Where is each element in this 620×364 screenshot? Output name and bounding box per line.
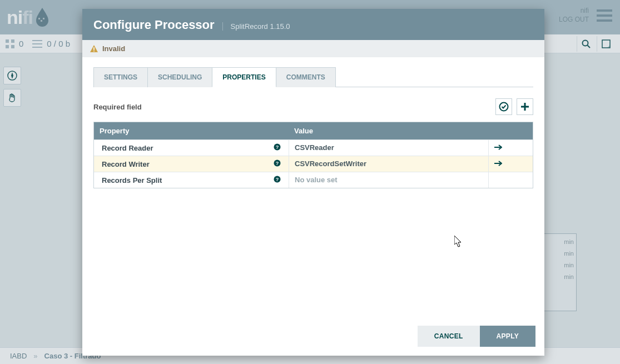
validation-banner: Invalid <box>82 40 544 57</box>
property-name: Records Per Split <box>102 176 162 185</box>
plus-icon <box>520 102 529 111</box>
property-name: Record Writer <box>102 160 150 168</box>
check-circle-icon <box>499 102 509 112</box>
property-action[interactable] <box>488 140 533 156</box>
tab-scheduling[interactable]: SCHEDULING <box>147 67 212 87</box>
svg-text:?: ? <box>276 177 279 182</box>
tab-comments[interactable]: COMMENTS <box>276 67 336 87</box>
dialog-subtitle: SplitRecord 1.15.0 <box>222 22 290 31</box>
dialog-tabs: SETTINGS SCHEDULING PROPERTIES COMMENTS <box>93 67 533 87</box>
svg-text:?: ? <box>276 161 279 166</box>
warning-icon <box>90 45 98 53</box>
configure-processor-dialog: Configure Processor SplitRecord 1.15.0 I… <box>82 9 544 356</box>
table-row[interactable]: Record Writer?CSVRecordSetWriter <box>94 156 533 172</box>
arrow-right-icon <box>494 144 502 150</box>
dialog-title: Configure Processor <box>93 18 215 32</box>
apply-button[interactable]: APPLY <box>480 326 535 347</box>
table-header: Property Value <box>94 122 533 139</box>
svg-rect-17 <box>93 47 95 50</box>
property-action <box>488 172 533 188</box>
help-icon[interactable]: ? <box>274 176 281 185</box>
dialog-footer: CANCEL APPLY <box>82 319 544 356</box>
property-name: Record Reader <box>102 144 153 152</box>
col-header-property: Property <box>94 122 289 139</box>
property-value[interactable]: CSVReader <box>289 140 488 156</box>
cancel-button[interactable]: CANCEL <box>418 326 480 347</box>
property-value[interactable]: CSVRecordSetWriter <box>289 156 488 172</box>
validation-text: Invalid <box>102 44 125 53</box>
dialog-body: SETTINGS SCHEDULING PROPERTIES COMMENTS … <box>82 57 544 319</box>
verify-properties-button[interactable] <box>495 98 512 115</box>
add-property-button[interactable] <box>517 98 533 115</box>
svg-rect-18 <box>93 51 95 52</box>
svg-rect-21 <box>521 106 529 108</box>
property-value[interactable]: No value set <box>289 172 488 188</box>
properties-table: Property Value Record Reader?CSVReaderRe… <box>93 122 533 188</box>
table-row[interactable]: Records Per Split?No value set <box>94 172 533 188</box>
svg-text:?: ? <box>276 144 279 150</box>
arrow-right-icon <box>494 161 502 166</box>
dialog-header: Configure Processor SplitRecord 1.15.0 <box>82 9 544 40</box>
property-action[interactable] <box>488 156 533 172</box>
help-icon[interactable]: ? <box>274 159 281 168</box>
tab-settings[interactable]: SETTINGS <box>93 67 148 87</box>
table-row[interactable]: Record Reader?CSVReader <box>94 139 533 156</box>
required-field-label: Required field <box>93 103 142 111</box>
help-icon[interactable]: ? <box>274 143 281 152</box>
tab-properties[interactable]: PROPERTIES <box>212 67 276 87</box>
col-header-value: Value <box>289 122 488 139</box>
